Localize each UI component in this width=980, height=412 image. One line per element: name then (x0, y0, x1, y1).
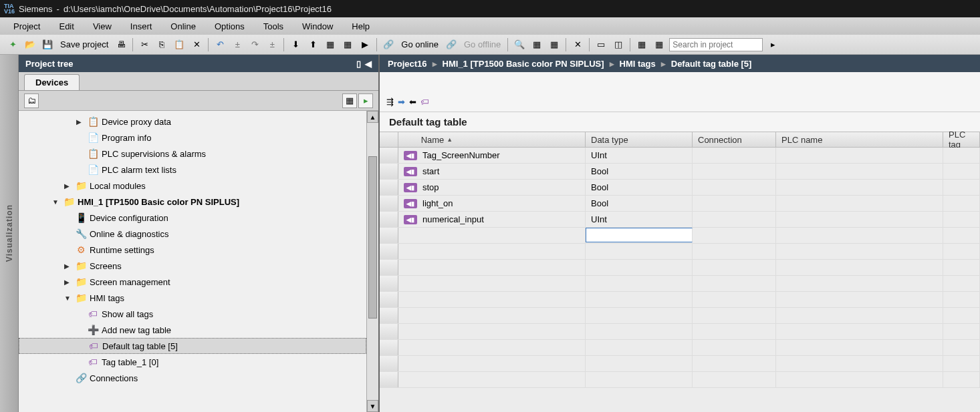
cross-ref-icon[interactable]: ✕ (570, 37, 585, 52)
row-selector[interactable] (380, 180, 398, 195)
tag-row[interactable]: ◀▮Tag_ScreenNumberUInt (380, 148, 980, 164)
menu-insert[interactable]: Insert (122, 17, 160, 35)
tree-scrollbar[interactable]: ▲ ▼ (366, 111, 378, 412)
tag-grid-body[interactable]: ◀▮Tag_ScreenNumberUInt◀▮startBool◀▮stopB… (380, 148, 980, 412)
bc-1[interactable]: HMI_1 [TP1500 Basic color PN SIPLUS] (443, 59, 604, 69)
tree-item[interactable]: ▶📋Device proxy data (19, 114, 366, 130)
cell-connection[interactable] (693, 212, 776, 227)
cell-name[interactable]: ◀▮Tag_ScreenNumber (398, 148, 586, 163)
cell-plctag[interactable] (943, 148, 980, 163)
cell-name[interactable]: ◀▮start (398, 164, 586, 179)
save-label[interactable]: Save project (57, 39, 111, 49)
tree-expander-icon[interactable]: ▶ (64, 278, 72, 286)
visualization-side-tab[interactable]: Visualization (0, 55, 19, 412)
tree-item[interactable]: 🏷Show all tags (19, 306, 366, 322)
row-selector[interactable] (380, 228, 398, 243)
col-conn-header[interactable]: Connection (693, 132, 776, 147)
tree-item[interactable]: ▶📁Local modules (19, 178, 366, 194)
row-selector[interactable] (380, 164, 398, 179)
save-icon[interactable]: 💾 (40, 37, 55, 52)
menu-window[interactable]: Window (294, 17, 341, 35)
device-icon-2[interactable]: ▦ (547, 37, 562, 52)
row-selector[interactable] (380, 212, 398, 227)
open-project-icon[interactable]: 📂 (23, 37, 37, 52)
row-selector[interactable] (380, 196, 398, 211)
misc-icon-2[interactable]: ▦ (652, 37, 666, 52)
bc-0[interactable]: Project16 (388, 59, 427, 69)
tree-item[interactable]: 📄PLC alarm text lists (19, 162, 366, 178)
cell-plcname[interactable] (776, 164, 943, 179)
menu-options[interactable]: Options (207, 17, 253, 35)
tree-item[interactable]: 🏷Default tag table [5] (19, 338, 366, 354)
editor-tool-1-icon[interactable]: ⇶ (386, 97, 394, 107)
col-plcname-header[interactable]: PLC name (776, 132, 943, 147)
tree-item[interactable]: ⚙Runtime settings (19, 242, 366, 258)
cell-plcname[interactable] (776, 148, 943, 163)
copy-icon[interactable]: ⎘ (154, 37, 169, 52)
tag-row[interactable]: ◀▮light_onBool (380, 196, 980, 212)
cell-plctag[interactable] (943, 212, 980, 227)
misc-icon-1[interactable]: ▦ (634, 37, 649, 52)
menu-view[interactable]: View (85, 17, 120, 35)
cell-plctag[interactable] (943, 196, 980, 211)
cell-connection[interactable] (693, 148, 776, 163)
col-type-header[interactable]: Data type (586, 132, 693, 147)
tree-expander-icon[interactable]: ▼ (64, 294, 72, 302)
redo-dropdown-icon[interactable]: ± (265, 37, 279, 52)
menu-project[interactable]: Project (5, 17, 48, 35)
tag-row[interactable]: ◀▮numerical_inputUInt (380, 212, 980, 228)
cell-plctag[interactable] (943, 180, 980, 195)
tag-row[interactable]: ◀▮startBool (380, 164, 980, 180)
add-new-row[interactable] (380, 228, 980, 244)
cell-type[interactable]: Bool (586, 196, 693, 211)
datatype-edit-cell[interactable] (586, 228, 693, 242)
tree-item[interactable]: ▶📁Screens (19, 258, 366, 274)
tree-item[interactable]: ▼📁HMI_1 [TP1500 Basic color PN SIPLUS] (19, 194, 366, 210)
cell-plcname[interactable] (776, 180, 943, 195)
tree-expander-icon[interactable]: ▼ (52, 198, 60, 206)
editor-export-icon[interactable]: ➡ (398, 97, 405, 107)
go-offline-icon[interactable]: 🔗 (444, 37, 459, 52)
project-tree[interactable]: ▶📋Device proxy data📄Program info📋PLC sup… (19, 111, 366, 412)
cell-plcname[interactable] (776, 196, 943, 211)
menu-tools[interactable]: Tools (255, 17, 291, 35)
tree-expander-icon[interactable]: ▶ (76, 118, 84, 126)
undo-icon[interactable]: ↶ (213, 37, 227, 52)
tree-expander-icon[interactable]: ▶ (64, 262, 72, 270)
tree-item[interactable]: ▼📁HMI tags (19, 290, 366, 306)
panel-pin-icon[interactable]: ▯ (356, 59, 361, 69)
cell-connection[interactable] (693, 164, 776, 179)
cell-connection[interactable] (693, 180, 776, 195)
editor-import-icon[interactable]: ⬅ (409, 97, 416, 107)
tag-row[interactable]: ◀▮stopBool (380, 180, 980, 196)
scroll-down-icon[interactable]: ▼ (367, 400, 378, 412)
tree-item[interactable]: 📄Program info (19, 130, 366, 146)
cell-type[interactable]: UInt (586, 212, 693, 227)
search-input[interactable] (669, 38, 763, 51)
tree-expander-icon[interactable]: ▶ (64, 182, 72, 190)
tree-go-icon[interactable]: ▸ (358, 93, 373, 108)
tree-item[interactable]: ➕Add new tag table (19, 322, 366, 338)
new-project-icon[interactable]: ✦ (5, 37, 20, 52)
scroll-up-icon[interactable]: ▲ (367, 111, 378, 123)
menu-online[interactable]: Online (162, 17, 204, 35)
cell-name[interactable]: ◀▮stop (398, 180, 586, 195)
download-icon[interactable]: ⬇ (288, 37, 303, 52)
menu-edit[interactable]: Edit (51, 17, 82, 35)
devices-tab[interactable]: Devices (24, 74, 80, 90)
cell-plctag[interactable] (943, 164, 980, 179)
cut-icon[interactable]: ✂ (137, 37, 152, 52)
go-online-icon[interactable]: 🔗 (381, 37, 396, 52)
cell-type[interactable]: UInt (586, 148, 693, 163)
undo-dropdown-icon[interactable]: ± (230, 37, 245, 52)
compile-icon[interactable]: ▦ (323, 37, 338, 52)
row-selector[interactable] (380, 148, 398, 163)
tree-config-icon[interactable]: 🗂 (24, 93, 39, 108)
accessible-devices-icon[interactable]: 🔍 (512, 37, 527, 52)
cell-name[interactable]: ◀▮light_on (398, 196, 586, 211)
tree-item[interactable]: 🏷Tag table_1 [0] (19, 354, 366, 370)
upload-icon[interactable]: ⬆ (305, 37, 320, 52)
bc-3[interactable]: Default tag table [5] (671, 59, 752, 69)
simulate-icon[interactable]: ▦ (340, 37, 355, 52)
add-new-label[interactable] (398, 228, 586, 243)
